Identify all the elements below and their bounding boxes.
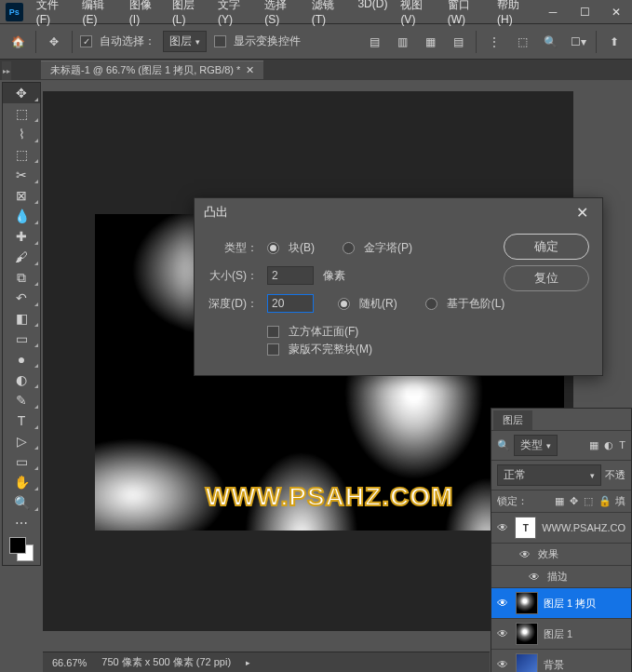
menu-view[interactable]: 视图(V) bbox=[395, 0, 439, 28]
status-bar: 66.67% 750 像素 x 500 像素 (72 ppi) ▸ bbox=[43, 652, 490, 672]
menu-3d[interactable]: 3D(D) bbox=[352, 0, 393, 28]
layer-thumbnail bbox=[516, 653, 538, 672]
lock-pixels-icon[interactable]: ▦ bbox=[555, 495, 564, 507]
layer-effect[interactable]: 👁 效果 bbox=[491, 543, 631, 565]
solid-front-checkbox[interactable] bbox=[267, 326, 279, 338]
visibility-icon[interactable]: 👁 bbox=[497, 521, 509, 534]
layer-item[interactable]: 👁 背景 bbox=[491, 649, 631, 672]
mask-incomplete-checkbox[interactable] bbox=[267, 343, 279, 356]
type-pyramid-radio[interactable] bbox=[343, 242, 355, 254]
visibility-icon[interactable]: 👁 bbox=[497, 597, 510, 610]
hand-tool[interactable]: ✋ bbox=[3, 472, 40, 492]
effect-label: 效果 bbox=[538, 547, 558, 561]
menu-image[interactable]: 图像(I) bbox=[124, 0, 165, 28]
menu-edit[interactable]: 编辑(E) bbox=[76, 0, 121, 28]
move-tool-icon[interactable]: ✥ bbox=[44, 32, 64, 52]
menu-file[interactable]: 文件(F) bbox=[31, 0, 75, 28]
dialog-close-icon[interactable]: ✕ bbox=[571, 201, 593, 223]
layer-thumbnail bbox=[516, 592, 538, 614]
crop-tool[interactable]: ✂ bbox=[3, 165, 40, 185]
frame-tool[interactable]: ⊠ bbox=[3, 185, 40, 206]
depth-input[interactable] bbox=[267, 294, 314, 313]
search-icon[interactable]: 🔍 bbox=[540, 32, 560, 52]
filter-adjust-icon[interactable]: ◐ bbox=[604, 439, 613, 451]
dodge-tool[interactable]: ◐ bbox=[3, 370, 40, 390]
filter-pixel-icon[interactable]: ▦ bbox=[589, 439, 598, 451]
menu-type[interactable]: 文字(Y) bbox=[212, 0, 257, 28]
eyedropper-tool[interactable]: 💧 bbox=[3, 206, 40, 226]
path-select-tool[interactable]: ▷ bbox=[3, 431, 40, 451]
visibility-icon[interactable]: 👁 bbox=[519, 548, 532, 561]
blur-tool[interactable]: ● bbox=[3, 349, 40, 370]
visibility-icon[interactable]: 👁 bbox=[497, 627, 510, 640]
reset-button[interactable]: 复位 bbox=[504, 265, 589, 291]
align-top-icon[interactable]: ▤ bbox=[448, 32, 468, 52]
ok-button[interactable]: 确定 bbox=[504, 234, 589, 260]
layers-tab[interactable]: 图层 bbox=[493, 410, 532, 430]
lock-all-icon[interactable]: 🔒 bbox=[598, 495, 612, 507]
visibility-icon[interactable]: 👁 bbox=[497, 658, 510, 671]
zoom-level[interactable]: 66.67% bbox=[52, 657, 87, 668]
document-tab[interactable]: 未标题-1 @ 66.7% (图层 1 拷贝, RGB/8) * ✕ bbox=[41, 60, 263, 79]
layer-kind-dropdown[interactable]: 类型 ▾ bbox=[514, 435, 558, 456]
auto-select-label: 自动选择： bbox=[100, 34, 155, 49]
filter-type-icon[interactable]: T bbox=[619, 439, 625, 451]
menu-select[interactable]: 选择(S) bbox=[259, 0, 303, 28]
align-center-icon[interactable]: ▥ bbox=[392, 32, 412, 52]
layer-item[interactable]: 👁 T WWW.PSAHZ.CO bbox=[491, 512, 631, 543]
align-left-icon[interactable]: ▤ bbox=[364, 32, 384, 52]
layer-dropdown[interactable]: 图层 ▾ bbox=[163, 31, 207, 52]
minimize-button[interactable]: ─ bbox=[537, 0, 569, 24]
size-label: 大小(S)： bbox=[206, 268, 258, 284]
stamp-tool[interactable]: ⧉ bbox=[3, 267, 40, 288]
panel-expand-handle[interactable]: ▸▸ bbox=[2, 61, 11, 80]
share-icon[interactable]: ⬆ bbox=[604, 32, 625, 52]
lock-label: 锁定： bbox=[497, 494, 528, 508]
text-layer-icon: T bbox=[515, 517, 536, 539]
show-transform-checkbox[interactable] bbox=[214, 35, 226, 47]
lock-position-icon[interactable]: ✥ bbox=[570, 495, 578, 507]
edit-toolbar[interactable]: ⋯ bbox=[3, 513, 40, 533]
layer-item[interactable]: 👁 图层 1 拷贝 bbox=[491, 587, 631, 618]
foreground-swatch[interactable] bbox=[9, 537, 26, 554]
distribute-icon[interactable]: ⋮ bbox=[484, 32, 504, 52]
align-right-icon[interactable]: ▦ bbox=[420, 32, 440, 52]
history-brush-tool[interactable]: ↶ bbox=[3, 288, 40, 308]
gradient-tool[interactable]: ▭ bbox=[3, 329, 40, 349]
lasso-tool[interactable]: ⌇ bbox=[3, 124, 40, 144]
marquee-tool[interactable]: ⬚ bbox=[3, 103, 40, 124]
close-button[interactable]: ✕ bbox=[600, 0, 632, 24]
type-label: 类型： bbox=[206, 240, 258, 256]
healing-tool[interactable]: ✚ bbox=[3, 226, 40, 247]
visibility-icon[interactable]: 👁 bbox=[529, 571, 542, 584]
home-icon[interactable]: 🏠 bbox=[7, 32, 28, 52]
size-input[interactable] bbox=[267, 266, 314, 285]
type-block-radio[interactable] bbox=[267, 242, 279, 254]
menu-window[interactable]: 窗口(W) bbox=[442, 0, 490, 28]
menu-filter[interactable]: 滤镜(T) bbox=[306, 0, 351, 28]
menu-help[interactable]: 帮助(H) bbox=[491, 0, 537, 28]
lock-artboard-icon[interactable]: ⬚ bbox=[584, 495, 593, 507]
workspace-icon[interactable]: ☐▾ bbox=[568, 32, 588, 52]
rectangle-tool[interactable]: ▭ bbox=[3, 451, 40, 472]
3d-mode-icon[interactable]: ⬚ bbox=[512, 32, 532, 52]
brush-tool[interactable]: 🖌 bbox=[3, 247, 40, 267]
eraser-tool[interactable]: ◧ bbox=[3, 308, 40, 329]
auto-select-checkbox[interactable]: ✓ bbox=[80, 35, 92, 47]
quick-select-tool[interactable]: ⬚ bbox=[3, 144, 40, 165]
type-tool[interactable]: T bbox=[3, 410, 40, 431]
menu-layer[interactable]: 图层(L) bbox=[167, 0, 210, 28]
close-tab-icon[interactable]: ✕ bbox=[246, 64, 254, 76]
layer-effect-stroke[interactable]: 👁 描边 bbox=[491, 565, 631, 587]
depth-level-radio[interactable] bbox=[425, 298, 437, 310]
move-tool[interactable]: ✥ bbox=[3, 83, 40, 103]
depth-random-radio[interactable] bbox=[338, 298, 350, 310]
opacity-label: 不透 bbox=[605, 468, 625, 482]
blend-mode-dropdown[interactable]: 正常 ▾ bbox=[497, 464, 601, 486]
color-swatches[interactable] bbox=[9, 537, 34, 561]
layer-item[interactable]: 👁 图层 1 bbox=[491, 618, 631, 649]
doc-info-chevron[interactable]: ▸ bbox=[246, 658, 250, 667]
maximize-button[interactable]: ☐ bbox=[569, 0, 600, 24]
pen-tool[interactable]: ✎ bbox=[3, 390, 40, 410]
zoom-tool[interactable]: 🔍 bbox=[3, 492, 40, 513]
